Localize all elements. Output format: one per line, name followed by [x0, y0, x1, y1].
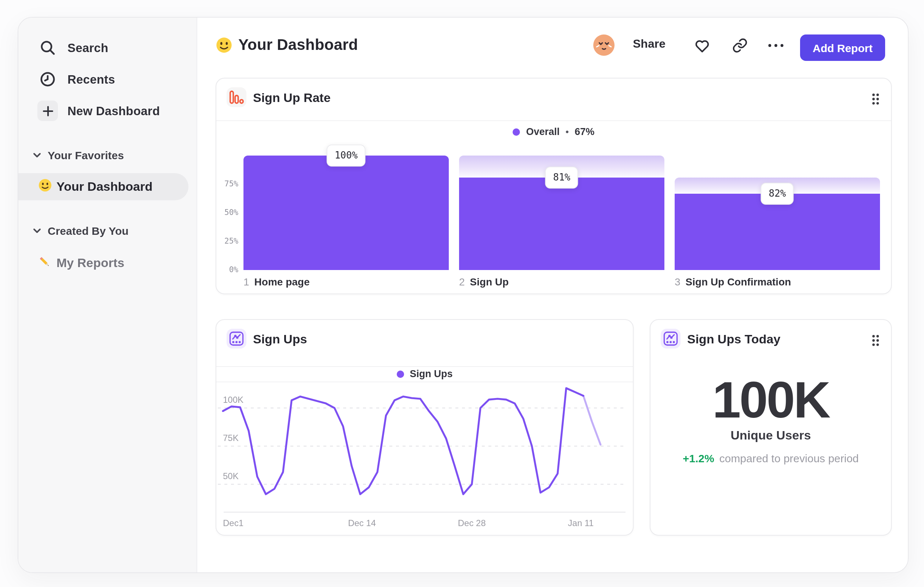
- chevron-down-icon: [33, 148, 41, 161]
- search-icon: [37, 37, 58, 58]
- more-options-icon[interactable]: [767, 37, 785, 54]
- svg-text:Dec 28: Dec 28: [458, 518, 486, 528]
- sidebar-section-your-favorites[interactable]: Your Favorites: [33, 148, 124, 161]
- recents-clock-icon: [37, 69, 58, 89]
- sidebar-section-created-by-you[interactable]: Created By You: [33, 224, 129, 237]
- dashboard-emoji-icon: [216, 37, 233, 56]
- funnel-value-tooltip: 82%: [761, 183, 794, 205]
- sign-ups-today-card: Sign Ups Today 100K Unique Users +1.2% c…: [650, 319, 892, 536]
- sidebar-item-label: My Reports: [56, 256, 124, 271]
- sidebar-item-search[interactable]: Search: [18, 37, 196, 59]
- funnel-chart: 0%25%50%75%100%1Home page81%2Sign Up82%3…: [216, 79, 891, 293]
- svg-text:75K: 75K: [223, 433, 239, 443]
- metric-delta: +1.2%: [683, 452, 714, 465]
- plus-icon: [37, 101, 58, 121]
- sidebar-item-label: Recents: [68, 72, 115, 86]
- funnel-y-tick: 0%: [216, 265, 238, 274]
- chevron-down-icon: [33, 224, 41, 237]
- sidebar-item-label: Search: [68, 41, 108, 55]
- sidebar-item-new-dashboard[interactable]: New Dashboard: [18, 100, 196, 122]
- sidebar-section-label: Created By You: [48, 224, 129, 236]
- metric-label: Unique Users: [650, 428, 891, 443]
- app-root: Search Recents New D: [0, 0, 924, 587]
- metric-delta-note: compared to previous period: [719, 452, 859, 465]
- legend-series-name: Sign Ups: [409, 368, 452, 379]
- sidebar-item-your-dashboard[interactable]: Your Dashboard: [18, 173, 188, 200]
- signups-line-chart[interactable]: 100K75K50KDec1Dec 14Dec 28Jan 11: [216, 382, 633, 535]
- add-report-button[interactable]: Add Report: [800, 35, 885, 61]
- pencil-emoji-icon: [38, 255, 52, 272]
- share-button[interactable]: Share: [633, 37, 665, 51]
- page-title: Your Dashboard: [238, 36, 358, 54]
- svg-text:Dec1: Dec1: [223, 518, 243, 528]
- drag-handle-icon[interactable]: [872, 335, 879, 349]
- funnel-bar-2[interactable]: [459, 177, 664, 270]
- user-avatar[interactable]: [593, 35, 615, 56]
- card-title: Sign Ups: [253, 332, 307, 347]
- metric-delta-row: +1.2% compared to previous period: [650, 452, 891, 465]
- funnel-value-tooltip: 100%: [327, 145, 366, 167]
- metric-value: 100K: [650, 374, 891, 426]
- sidebar-item-recents[interactable]: Recents: [18, 68, 196, 90]
- funnel-step-label: 3Sign Up Confirmation: [675, 276, 791, 288]
- sidebar: Search Recents New D: [18, 18, 197, 572]
- legend-dot: [396, 370, 404, 377]
- favorite-heart-icon[interactable]: [693, 37, 711, 54]
- funnel-step-label: 2Sign Up: [459, 276, 508, 288]
- sidebar-item-label: Your Dashboard: [56, 179, 153, 194]
- sidebar-item-label: New Dashboard: [68, 104, 160, 118]
- svg-text:Dec 14: Dec 14: [348, 518, 376, 528]
- funnel-y-tick: 75%: [216, 179, 238, 188]
- funnel-bar-3[interactable]: [675, 194, 880, 270]
- svg-text:Jan 11: Jan 11: [568, 518, 594, 528]
- card-title: Sign Ups Today: [687, 332, 780, 347]
- card-divider: [216, 366, 633, 367]
- sign-up-rate-card: Sign Up Rate Overall • 67% 0%25%50%75%10…: [216, 78, 892, 294]
- funnel-value-tooltip: 81%: [545, 166, 579, 188]
- funnel-bar-1[interactable]: [243, 155, 449, 270]
- sidebar-section-label: Your Favorites: [48, 149, 124, 161]
- funnel-step-label: 1Home page: [243, 276, 310, 288]
- sidebar-item-my-reports[interactable]: My Reports: [18, 252, 188, 274]
- copy-link-icon[interactable]: [731, 37, 749, 54]
- insights-line-icon: [227, 329, 246, 349]
- funnel-y-tick: 50%: [216, 208, 238, 217]
- svg-text:100K: 100K: [223, 395, 243, 405]
- svg-text:50K: 50K: [223, 471, 239, 481]
- smiley-emoji-icon: [38, 178, 52, 195]
- line-legend: Sign Ups: [216, 368, 633, 379]
- funnel-y-tick: 25%: [216, 236, 238, 245]
- sign-ups-card: Sign Ups Sign Ups 100K75K50KDec1Dec 14De…: [216, 319, 634, 536]
- app-window: Search Recents New D: [18, 17, 909, 573]
- insights-line-icon: [661, 329, 681, 349]
